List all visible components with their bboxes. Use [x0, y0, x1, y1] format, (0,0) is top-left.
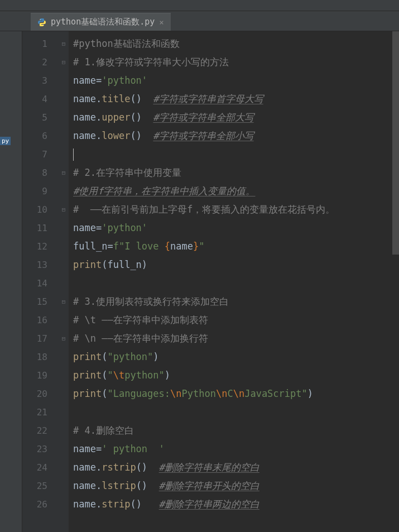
- fold-icon[interactable]: ⊟: [59, 293, 69, 311]
- line-number: 5: [22, 108, 59, 127]
- window-top-bar: [0, 0, 399, 11]
- tab-filename: python基础语法和函数.py: [51, 17, 155, 27]
- code-line: name='python': [73, 219, 399, 237]
- code-line: name.title() #字符或字符串首字母大写: [73, 90, 399, 108]
- line-number: 16: [22, 311, 59, 329]
- line-number: 2: [22, 53, 59, 71]
- line-number: 25: [22, 477, 59, 495]
- code-line: # 3.使用制表符或换行符来添加空白: [73, 293, 399, 311]
- fold-icon[interactable]: ⊟: [59, 35, 69, 53]
- code-line: print("python"): [73, 348, 399, 366]
- line-number: 23: [22, 440, 59, 458]
- line-number: 24: [22, 458, 59, 477]
- fold-icon[interactable]: ⊟: [59, 329, 69, 348]
- line-number: 21: [22, 403, 59, 421]
- text-cursor: [73, 148, 74, 161]
- line-number: 22: [22, 421, 59, 440]
- line-number: 10: [22, 200, 59, 219]
- project-edge: py: [0, 31, 22, 532]
- code-line: # 1.修改字符或字符串大小写的方法: [73, 53, 399, 71]
- line-number: 8: [22, 164, 59, 182]
- line-number: 6: [22, 127, 59, 145]
- fold-gutter: ⊟ ⊟ ⊟ ⊟ ⊟ ⊟: [59, 31, 69, 532]
- line-number: 12: [22, 237, 59, 256]
- fold-icon[interactable]: ⊟: [59, 200, 69, 219]
- code-line: print("Languages:\nPython\nC\nJavaScript…: [73, 385, 399, 403]
- code-line: # \n ——在字符串中添加换行符: [73, 329, 399, 348]
- file-tab[interactable]: python基础语法和函数.py ×: [31, 13, 171, 31]
- code-line: name.lower() #字符或字符串全部小写: [73, 127, 399, 145]
- line-number: 17: [22, 329, 59, 348]
- vertical-scrollbar[interactable]: [392, 31, 399, 255]
- code-line: # ——在前引号前加上字母f，将要插入的变量放在花括号内。: [73, 200, 399, 219]
- svg-point-1: [43, 25, 44, 25]
- line-number: 13: [22, 256, 59, 274]
- line-number: 26: [22, 495, 59, 514]
- line-number: 18: [22, 348, 59, 366]
- line-number: 1: [22, 35, 59, 53]
- code-line: [73, 274, 399, 293]
- fold-icon[interactable]: ⊟: [59, 53, 69, 71]
- line-number: 15: [22, 293, 59, 311]
- line-number: 7: [22, 145, 59, 164]
- line-number-gutter[interactable]: 1 2 3 4 5 6 7 8 9 10 11 12 13 14 15 16 1…: [22, 31, 59, 532]
- python-file-icon: [37, 18, 46, 27]
- code-line: name.lstrip() #删除字符串开头的空白: [73, 477, 399, 495]
- line-number: 20: [22, 385, 59, 403]
- code-line: [73, 403, 399, 421]
- file-badge: py: [0, 137, 11, 145]
- line-number: 9: [22, 182, 59, 200]
- code-line: # 2.在字符串中使用变量: [73, 164, 399, 182]
- line-number: 3: [22, 71, 59, 90]
- code-line: name.upper() #字符或字符串全部大写: [73, 108, 399, 127]
- code-line: #使用f字符串，在字符串中插入变量的值。: [73, 182, 399, 200]
- fold-icon[interactable]: ⊟: [59, 164, 69, 182]
- line-number: 19: [22, 366, 59, 385]
- line-number: 4: [22, 90, 59, 108]
- code-line: name.rstrip() #删除字符串末尾的空白: [73, 458, 399, 477]
- line-number: 14: [22, 274, 59, 293]
- code-editor-area[interactable]: #python基础语法和函数 # 1.修改字符或字符串大小写的方法 name='…: [69, 31, 399, 532]
- code-line: name.strip() #删除字符串两边的空白: [73, 495, 399, 514]
- code-line: print("\tpython"): [73, 366, 399, 385]
- svg-point-0: [40, 19, 40, 20]
- close-icon[interactable]: ×: [159, 18, 164, 27]
- code-line: full_n=f"I love {name}": [73, 237, 399, 256]
- editor-tab-bar: python基础语法和函数.py ×: [0, 11, 399, 31]
- code-line: name=' python ': [73, 440, 399, 458]
- code-line: print(full_n): [73, 256, 399, 274]
- code-line: name='python': [73, 71, 399, 90]
- editor: py 1 2 3 4 5 6 7 8 9 10 11 12 13 14 15 1…: [0, 31, 399, 532]
- line-number: 11: [22, 219, 59, 237]
- code-line: # \t ——在字符串中添加制表符: [73, 311, 399, 329]
- code-line: #python基础语法和函数: [73, 35, 399, 53]
- code-line: [73, 145, 399, 164]
- code-line: # 4.删除空白: [73, 421, 399, 440]
